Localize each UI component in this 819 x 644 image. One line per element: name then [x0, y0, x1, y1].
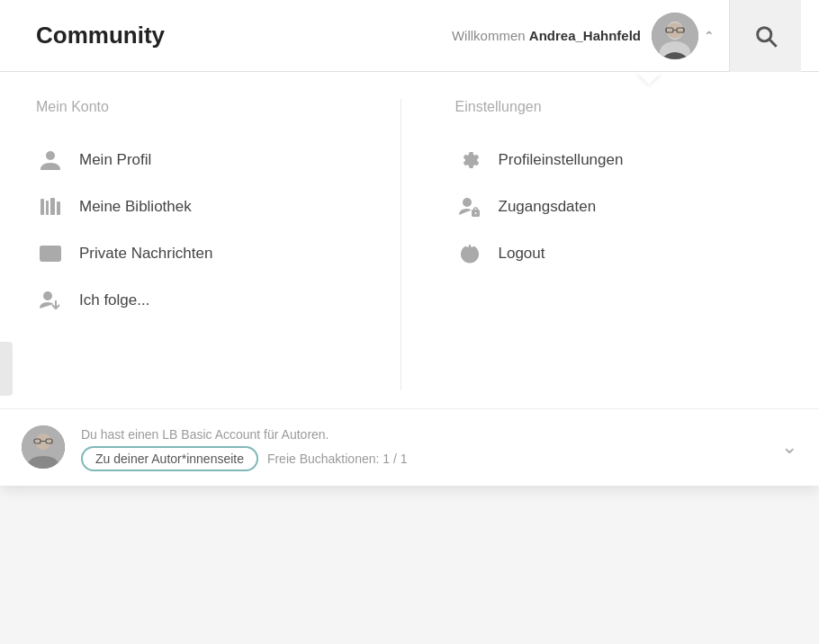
svg-rect-16 [57, 201, 60, 215]
footer-text: Du hast einen LB Basic Account für Autor… [81, 424, 765, 471]
envelope-icon [36, 242, 65, 265]
footer-avatar [22, 425, 65, 469]
menu-label-logout: Logout [499, 245, 545, 263]
username: Andrea_Hahnfeld [529, 28, 641, 43]
menu-label-profileinstellungen: Profileinstellungen [499, 151, 624, 169]
col-right-heading: Einstellungen [455, 99, 784, 115]
svg-point-22 [474, 212, 476, 214]
library-icon [36, 195, 65, 219]
menu-item-private-nachrichten[interactable]: Private Nachrichten [36, 230, 364, 277]
footer-free-actions: Freie Buchaktionen: 1 / 1 [267, 452, 408, 466]
chevron-up-icon: ⌃ [704, 29, 715, 43]
menu-label-private-nachrichten: Private Nachrichten [79, 245, 212, 263]
svg-point-19 [463, 198, 472, 207]
col-left-heading: Mein Konto [36, 99, 364, 115]
footer-author-link[interactable]: Zu deiner Autor*innenseite [81, 446, 258, 471]
svg-point-12 [46, 151, 55, 160]
dropdown-caret [636, 72, 662, 85]
footer-info-text: Du hast einen LB Basic Account für Autor… [81, 427, 329, 442]
svg-point-10 [757, 27, 770, 40]
svg-rect-15 [50, 198, 55, 215]
svg-point-18 [43, 291, 52, 300]
search-icon [753, 23, 778, 49]
col-mein-konto: Mein Konto Mein Profil [36, 99, 401, 390]
person-icon [36, 148, 65, 172]
menu-label-zugangsdaten: Zugangsdaten [499, 198, 597, 216]
menu-item-meine-bibliothek[interactable]: Meine Bibliothek [36, 183, 364, 230]
welcome-text: Willkommen Andrea_Hahnfeld [452, 28, 641, 43]
person-lock-icon [455, 195, 484, 219]
power-icon [455, 242, 484, 265]
menu-item-mein-profil[interactable]: Mein Profil [36, 137, 364, 183]
dropdown-panel: Mein Konto Mein Profil [0, 72, 819, 486]
menu-item-logout[interactable]: Logout [455, 230, 784, 277]
svg-line-11 [770, 40, 777, 47]
left-edge-decoration [0, 342, 13, 396]
menu-label-ich-folge: Ich folge... [79, 291, 149, 309]
menu-label-mein-profil: Mein Profil [79, 151, 151, 169]
menu-label-meine-bibliothek: Meine Bibliothek [79, 198, 192, 216]
svg-rect-13 [40, 199, 44, 215]
dropdown-columns: Mein Konto Mein Profil [0, 72, 819, 408]
search-button[interactable] [729, 0, 801, 72]
menu-item-profileinstellungen[interactable]: Profileinstellungen [455, 137, 784, 183]
header: Community Willkommen Andrea_Hahnfeld [0, 0, 819, 72]
menu-item-ich-folge[interactable]: Ich folge... [36, 277, 364, 324]
avatar [652, 13, 698, 59]
page-title: Community [18, 22, 165, 49]
follow-icon [36, 289, 65, 312]
footer-bar: Du hast einen LB Basic Account für Autor… [0, 408, 819, 486]
svg-rect-14 [46, 201, 49, 215]
col-einstellungen: Einstellungen Profileinstellungen [401, 99, 784, 390]
avatar-dropdown-trigger[interactable]: ⌃ [652, 13, 715, 59]
footer-chevron-down-icon[interactable]: ⌄ [781, 435, 797, 459]
menu-item-zugangsdaten[interactable]: Zugangsdaten [455, 183, 784, 230]
gear-icon [455, 148, 484, 172]
